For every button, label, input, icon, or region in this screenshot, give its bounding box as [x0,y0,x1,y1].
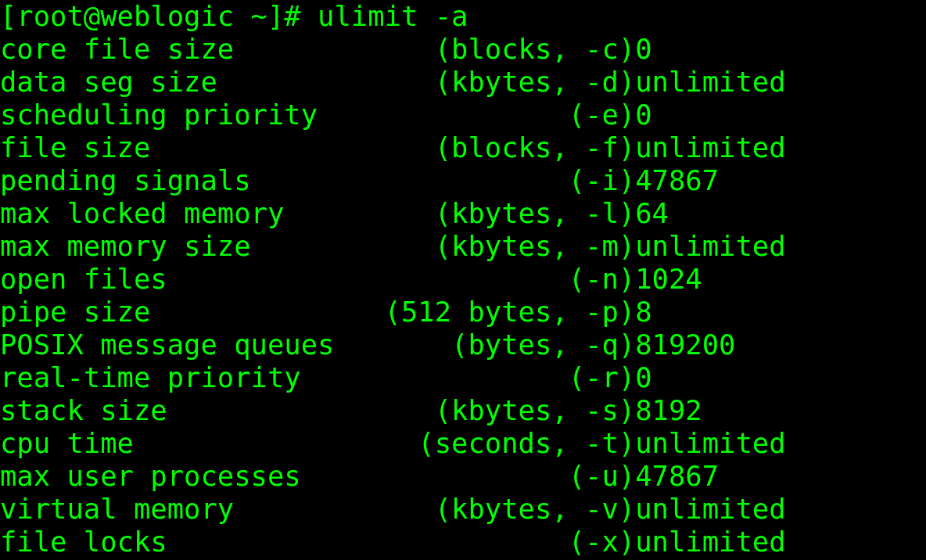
terminal-output: [root@weblogic ~]# ulimit -a core file s… [0,0,926,558]
